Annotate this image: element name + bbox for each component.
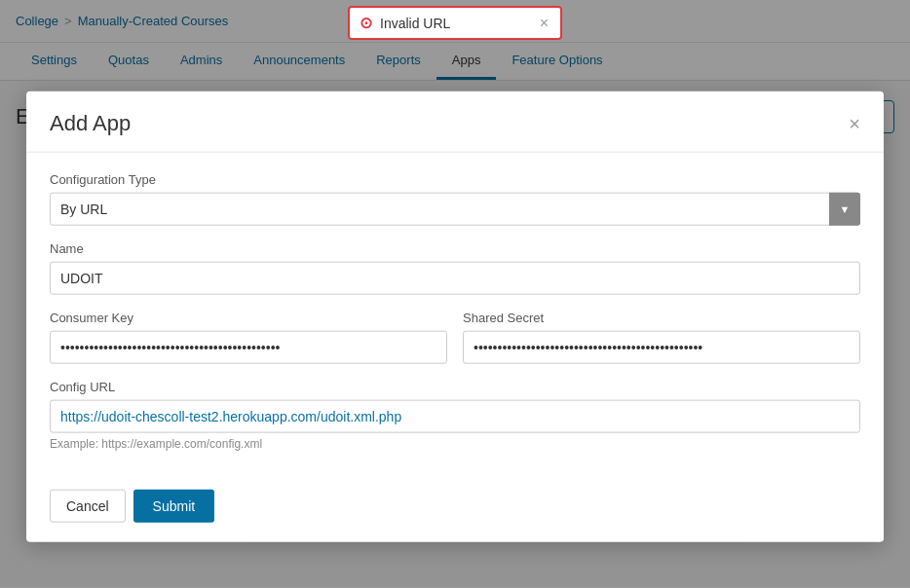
consumer-key-label: Consumer Key	[50, 311, 447, 325]
cancel-button[interactable]: Cancel	[50, 490, 126, 523]
toast-message: Invalid URL	[380, 16, 532, 31]
config-type-group: Configuration Type By URL	[50, 172, 860, 226]
config-type-label: Configuration Type	[50, 172, 860, 187]
consumer-key-group: Consumer Key	[50, 311, 447, 364]
config-url-input[interactable]	[50, 400, 860, 433]
consumer-key-input[interactable]	[50, 331, 447, 364]
shared-secret-group: Shared Secret	[463, 311, 860, 364]
config-url-group: Config URL Example: https://example.com/…	[50, 380, 860, 451]
shared-secret-input[interactable]	[463, 331, 860, 364]
modal-title: Add App	[50, 111, 131, 136]
name-input[interactable]	[50, 262, 860, 295]
config-type-select[interactable]: By URL	[50, 193, 860, 226]
config-url-label: Config URL	[50, 380, 860, 394]
toast-notification: ⊙ Invalid URL ×	[348, 6, 562, 40]
toast-close-button[interactable]: ×	[540, 16, 549, 31]
add-app-modal: Add App × Configuration Type By URL Name…	[26, 92, 884, 542]
name-group: Name	[50, 241, 860, 295]
modal-close-button[interactable]: ×	[849, 114, 860, 133]
shared-secret-label: Shared Secret	[463, 311, 860, 325]
modal-footer: Cancel Submit	[26, 490, 884, 542]
submit-button[interactable]: Submit	[133, 490, 215, 523]
error-icon: ⊙	[360, 14, 372, 32]
name-label: Name	[50, 241, 860, 256]
modal-body: Configuration Type By URL Name Consumer …	[26, 153, 884, 490]
key-secret-row: Consumer Key Shared Secret	[50, 311, 860, 380]
modal-header: Add App ×	[26, 92, 884, 153]
config-type-select-wrapper: By URL	[50, 193, 860, 226]
config-url-hint: Example: https://example.com/config.xml	[50, 437, 860, 451]
